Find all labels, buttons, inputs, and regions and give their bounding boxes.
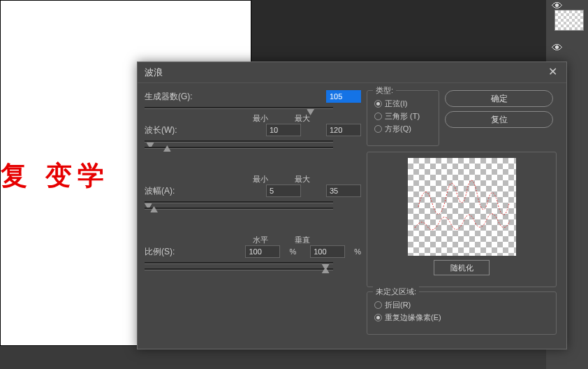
scale-v-label: 垂直 — [295, 235, 310, 245]
wavelength-max-input[interactable] — [326, 124, 361, 136]
wave-dialog: 波浪 ✕ 生成器数(G): 最小 最大 波长(W): — [137, 62, 567, 349]
amplitude-max-input[interactable] — [326, 184, 361, 197]
scale-slider-bottom[interactable] — [145, 268, 333, 270]
wavelength-slider-top[interactable] — [145, 140, 333, 143]
layer-thumbnail[interactable] — [554, 10, 584, 31]
amplitude-slider-bottom[interactable] — [145, 208, 333, 210]
type-sine-radio[interactable]: 正弦(I) — [374, 99, 432, 109]
amplitude-min-label: 最小 — [253, 174, 268, 184]
repeat-edge-radio[interactable]: 重复边缘像素(E) — [374, 312, 549, 323]
type-title: 类型: — [373, 85, 396, 96]
randomize-button[interactable]: 随机化 — [434, 260, 490, 275]
scale-h-label: 水平 — [253, 235, 268, 245]
dialog-titlebar: 波浪 ✕ — [138, 62, 566, 83]
undefined-title: 未定义区域: — [373, 287, 419, 297]
preview-canvas — [408, 158, 516, 256]
preview-box: 随机化 — [367, 152, 557, 287]
generators-input[interactable] — [326, 90, 361, 103]
wavelength-min-label: 最小 — [253, 113, 268, 124]
scale-label: 比例(S): — [145, 246, 200, 258]
wavelength-label: 波长(W): — [145, 124, 200, 136]
scale-v-input[interactable] — [310, 245, 345, 258]
generators-slider[interactable] — [145, 107, 333, 109]
amplitude-label: 波幅(A): — [145, 185, 200, 197]
type-square-radio[interactable]: 方形(Q) — [374, 124, 432, 134]
wavelength-max-label: 最大 — [295, 113, 310, 124]
amplitude-max-label: 最大 — [295, 174, 310, 184]
amplitude-min-input[interactable] — [266, 184, 301, 197]
wavelength-slider-bottom[interactable] — [145, 147, 333, 149]
dialog-title-text: 波浪 — [145, 66, 163, 79]
ok-button[interactable]: 确定 — [445, 90, 553, 107]
close-icon[interactable]: ✕ — [548, 67, 559, 78]
reset-button[interactable]: 复位 — [445, 111, 553, 128]
visibility-eye-icon[interactable]: 👁 — [552, 42, 563, 55]
wavelength-min-input[interactable] — [266, 124, 301, 136]
amplitude-slider-top[interactable] — [145, 201, 333, 203]
type-triangle-radio[interactable]: 三角形 (T) — [374, 111, 432, 122]
generators-label: 生成器数(G): — [145, 91, 200, 103]
wrap-around-radio[interactable]: 折回(R) — [374, 300, 549, 310]
scale-h-input[interactable] — [245, 245, 280, 258]
scale-slider-top[interactable] — [145, 262, 333, 264]
canvas-text: 复 变学 — [1, 158, 110, 194]
